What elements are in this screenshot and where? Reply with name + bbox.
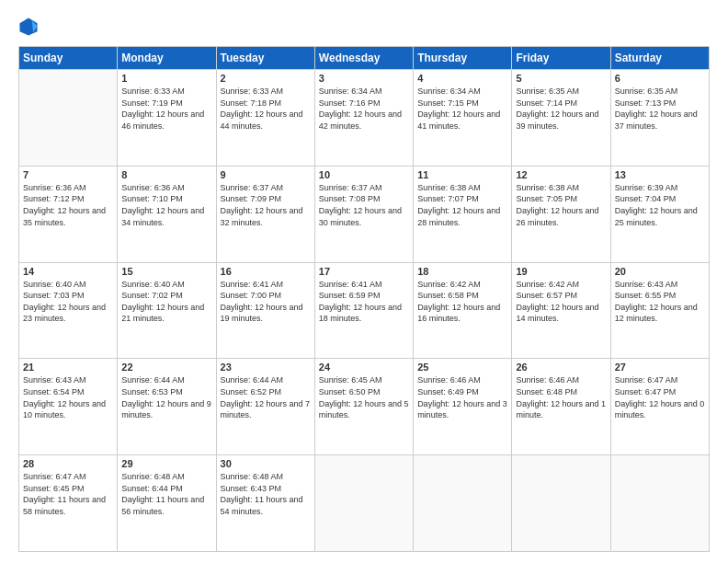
calendar-week-row: 21Sunrise: 6:43 AMSunset: 6:54 PMDayligh… bbox=[19, 359, 710, 455]
logo bbox=[18, 17, 42, 37]
day-number: 28 bbox=[23, 458, 113, 469]
day-number: 9 bbox=[221, 169, 311, 180]
calendar-cell: 29Sunrise: 6:48 AMSunset: 6:44 PMDayligh… bbox=[118, 455, 216, 552]
day-number: 16 bbox=[221, 266, 311, 277]
calendar-cell: 17Sunrise: 6:41 AMSunset: 6:59 PMDayligh… bbox=[314, 262, 413, 359]
day-number: 14 bbox=[23, 266, 113, 277]
calendar-cell: 16Sunrise: 6:41 AMSunset: 7:00 PMDayligh… bbox=[216, 262, 314, 359]
calendar-cell: 14Sunrise: 6:40 AMSunset: 7:03 PMDayligh… bbox=[19, 262, 118, 359]
calendar-cell bbox=[19, 70, 118, 167]
day-info: Sunrise: 6:35 AMSunset: 7:13 PMDaylight:… bbox=[615, 86, 705, 132]
day-number: 25 bbox=[417, 362, 507, 373]
day-info: Sunrise: 6:45 AMSunset: 6:50 PMDaylight:… bbox=[319, 374, 409, 420]
weekday-header: Tuesday bbox=[216, 47, 314, 70]
weekday-header: Friday bbox=[512, 47, 610, 70]
day-info: Sunrise: 6:42 AMSunset: 6:58 PMDaylight:… bbox=[417, 279, 507, 325]
calendar-week-row: 14Sunrise: 6:40 AMSunset: 7:03 PMDayligh… bbox=[19, 262, 710, 359]
day-number: 2 bbox=[221, 73, 311, 84]
day-info: Sunrise: 6:37 AMSunset: 7:09 PMDaylight:… bbox=[221, 182, 311, 228]
day-info: Sunrise: 6:43 AMSunset: 6:54 PMDaylight:… bbox=[23, 374, 113, 420]
weekday-header: Thursday bbox=[414, 47, 512, 70]
day-info: Sunrise: 6:46 AMSunset: 6:49 PMDaylight:… bbox=[417, 374, 507, 420]
day-info: Sunrise: 6:40 AMSunset: 7:02 PMDaylight:… bbox=[121, 279, 211, 325]
day-info: Sunrise: 6:41 AMSunset: 6:59 PMDaylight:… bbox=[319, 279, 409, 325]
calendar-week-row: 28Sunrise: 6:47 AMSunset: 6:45 PMDayligh… bbox=[19, 455, 710, 552]
day-number: 20 bbox=[615, 266, 705, 277]
day-info: Sunrise: 6:48 AMSunset: 6:44 PMDaylight:… bbox=[121, 471, 211, 517]
day-info: Sunrise: 6:40 AMSunset: 7:03 PMDaylight:… bbox=[23, 279, 113, 325]
day-number: 1 bbox=[121, 73, 211, 84]
day-number: 19 bbox=[516, 266, 606, 277]
calendar-cell: 25Sunrise: 6:46 AMSunset: 6:49 PMDayligh… bbox=[414, 359, 512, 455]
day-number: 5 bbox=[516, 73, 606, 84]
calendar-cell: 4Sunrise: 6:34 AMSunset: 7:15 PMDaylight… bbox=[414, 70, 512, 167]
day-number: 4 bbox=[417, 73, 507, 84]
day-info: Sunrise: 6:46 AMSunset: 6:48 PMDaylight:… bbox=[516, 374, 606, 420]
calendar-cell: 15Sunrise: 6:40 AMSunset: 7:02 PMDayligh… bbox=[118, 262, 216, 359]
day-number: 29 bbox=[121, 458, 211, 469]
day-number: 13 bbox=[615, 169, 705, 180]
day-info: Sunrise: 6:42 AMSunset: 6:57 PMDaylight:… bbox=[516, 279, 606, 325]
day-number: 26 bbox=[516, 362, 606, 373]
calendar-cell: 10Sunrise: 6:37 AMSunset: 7:08 PMDayligh… bbox=[314, 166, 413, 262]
calendar-cell: 18Sunrise: 6:42 AMSunset: 6:58 PMDayligh… bbox=[414, 262, 512, 359]
calendar-cell: 26Sunrise: 6:46 AMSunset: 6:48 PMDayligh… bbox=[512, 359, 610, 455]
calendar-cell: 6Sunrise: 6:35 AMSunset: 7:13 PMDaylight… bbox=[610, 70, 709, 167]
day-number: 15 bbox=[121, 266, 211, 277]
calendar-cell: 12Sunrise: 6:38 AMSunset: 7:05 PMDayligh… bbox=[512, 166, 610, 262]
day-info: Sunrise: 6:36 AMSunset: 7:12 PMDaylight:… bbox=[23, 182, 113, 228]
day-number: 24 bbox=[319, 362, 409, 373]
calendar-cell: 11Sunrise: 6:38 AMSunset: 7:07 PMDayligh… bbox=[414, 166, 512, 262]
day-number: 6 bbox=[615, 73, 705, 84]
day-number: 17 bbox=[319, 266, 409, 277]
calendar-cell: 24Sunrise: 6:45 AMSunset: 6:50 PMDayligh… bbox=[314, 359, 413, 455]
header bbox=[18, 17, 710, 37]
day-number: 27 bbox=[615, 362, 705, 373]
day-number: 7 bbox=[23, 169, 113, 180]
page: SundayMondayTuesdayWednesdayThursdayFrid… bbox=[0, 0, 728, 563]
calendar-cell: 8Sunrise: 6:36 AMSunset: 7:10 PMDaylight… bbox=[118, 166, 216, 262]
day-info: Sunrise: 6:33 AMSunset: 7:19 PMDaylight:… bbox=[121, 86, 211, 132]
day-number: 10 bbox=[319, 169, 409, 180]
calendar-cell: 23Sunrise: 6:44 AMSunset: 6:52 PMDayligh… bbox=[216, 359, 314, 455]
calendar-cell: 2Sunrise: 6:33 AMSunset: 7:18 PMDaylight… bbox=[216, 70, 314, 167]
calendar-week-row: 1Sunrise: 6:33 AMSunset: 7:19 PMDaylight… bbox=[19, 70, 710, 167]
day-info: Sunrise: 6:41 AMSunset: 7:00 PMDaylight:… bbox=[221, 279, 311, 325]
calendar-cell: 13Sunrise: 6:39 AMSunset: 7:04 PMDayligh… bbox=[610, 166, 709, 262]
day-info: Sunrise: 6:47 AMSunset: 6:45 PMDaylight:… bbox=[23, 471, 113, 517]
weekday-header: Wednesday bbox=[314, 47, 413, 70]
day-info: Sunrise: 6:35 AMSunset: 7:14 PMDaylight:… bbox=[516, 86, 606, 132]
day-info: Sunrise: 6:47 AMSunset: 6:47 PMDaylight:… bbox=[615, 374, 705, 420]
day-info: Sunrise: 6:39 AMSunset: 7:04 PMDaylight:… bbox=[615, 182, 705, 228]
calendar-cell: 27Sunrise: 6:47 AMSunset: 6:47 PMDayligh… bbox=[610, 359, 709, 455]
day-number: 30 bbox=[221, 458, 311, 469]
calendar-cell: 20Sunrise: 6:43 AMSunset: 6:55 PMDayligh… bbox=[610, 262, 709, 359]
day-info: Sunrise: 6:33 AMSunset: 7:18 PMDaylight:… bbox=[221, 86, 311, 132]
calendar-cell: 28Sunrise: 6:47 AMSunset: 6:45 PMDayligh… bbox=[19, 455, 118, 552]
calendar-cell: 5Sunrise: 6:35 AMSunset: 7:14 PMDaylight… bbox=[512, 70, 610, 167]
calendar-cell: 30Sunrise: 6:48 AMSunset: 6:43 PMDayligh… bbox=[216, 455, 314, 552]
day-info: Sunrise: 6:44 AMSunset: 6:53 PMDaylight:… bbox=[121, 374, 211, 420]
calendar-cell: 7Sunrise: 6:36 AMSunset: 7:12 PMDaylight… bbox=[19, 166, 118, 262]
day-number: 3 bbox=[319, 73, 409, 84]
day-info: Sunrise: 6:38 AMSunset: 7:05 PMDaylight:… bbox=[516, 182, 606, 228]
logo-icon bbox=[18, 17, 39, 37]
day-info: Sunrise: 6:34 AMSunset: 7:15 PMDaylight:… bbox=[417, 86, 507, 132]
calendar-cell: 9Sunrise: 6:37 AMSunset: 7:09 PMDaylight… bbox=[216, 166, 314, 262]
day-info: Sunrise: 6:37 AMSunset: 7:08 PMDaylight:… bbox=[319, 182, 409, 228]
day-number: 11 bbox=[417, 169, 507, 180]
calendar-cell: 1Sunrise: 6:33 AMSunset: 7:19 PMDaylight… bbox=[118, 70, 216, 167]
day-number: 22 bbox=[121, 362, 211, 373]
day-info: Sunrise: 6:44 AMSunset: 6:52 PMDaylight:… bbox=[221, 374, 311, 420]
calendar-cell bbox=[610, 455, 709, 552]
weekday-header: Saturday bbox=[610, 47, 709, 70]
day-info: Sunrise: 6:48 AMSunset: 6:43 PMDaylight:… bbox=[221, 471, 311, 517]
calendar-week-row: 7Sunrise: 6:36 AMSunset: 7:12 PMDaylight… bbox=[19, 166, 710, 262]
day-number: 8 bbox=[121, 169, 211, 180]
calendar-cell bbox=[414, 455, 512, 552]
weekday-header-row: SundayMondayTuesdayWednesdayThursdayFrid… bbox=[19, 47, 710, 70]
weekday-header: Sunday bbox=[19, 47, 118, 70]
calendar-cell: 21Sunrise: 6:43 AMSunset: 6:54 PMDayligh… bbox=[19, 359, 118, 455]
day-info: Sunrise: 6:43 AMSunset: 6:55 PMDaylight:… bbox=[615, 279, 705, 325]
calendar-cell bbox=[512, 455, 610, 552]
